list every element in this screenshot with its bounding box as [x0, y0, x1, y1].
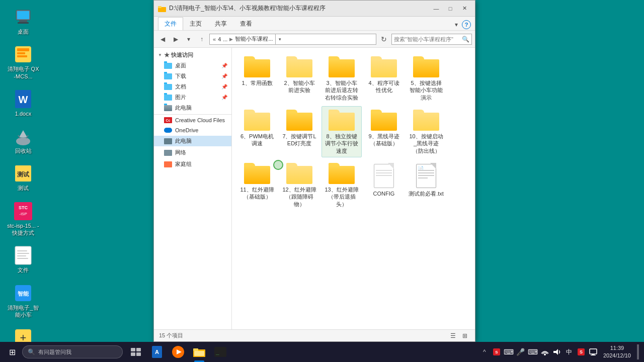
list-item[interactable]: 11、红外避障（基础版） [237, 159, 277, 211]
sidebar-quick-access: ▼ ★ 快速访问 桌面 📌 下载 📌 文档 [154, 50, 231, 113]
folder-icon-11 [244, 163, 270, 184]
sidebar-item-creative-cloud[interactable]: Cc Creative Cloud Files [154, 116, 231, 125]
list-item[interactable]: 9、黑线寻迹（基础版） [364, 106, 404, 157]
taskbar-app-media[interactable] [168, 342, 188, 362]
list-item[interactable]: CONFIG [364, 159, 404, 211]
desktop-icon-qingxiang2[interactable]: 智能 清翔电子_智能小车 [5, 281, 41, 321]
minimize-button[interactable]: — [430, 4, 443, 14]
txt-file-icon: 📄 [416, 163, 436, 188]
svg-rect-37 [131, 352, 135, 356]
taskbar-app-taskview[interactable] [126, 342, 146, 362]
taskbar-app-terminal[interactable]: _ [210, 342, 230, 362]
config-file-icon [374, 163, 394, 188]
sidebar-item-docs[interactable]: 文档 📌 [154, 81, 231, 92]
desktop-icon-stc[interactable]: STC -ISP stc-isp-15... - 快捷方式 [5, 199, 41, 239]
list-item[interactable]: 2、智能小车前进实验 [279, 53, 319, 104]
tray-icon-volume[interactable] [552, 347, 562, 357]
sidebar-item-onedrive[interactable]: OneDrive [154, 126, 231, 135]
tray-icon-1[interactable]: S [492, 347, 502, 357]
tab-file[interactable]: 文件 [158, 17, 183, 30]
svg-text:STC: STC [19, 205, 28, 210]
tray-icon-keyboard[interactable]: ⌨ [528, 347, 538, 357]
up-button[interactable]: ↑ [196, 34, 207, 45]
sidebar-item-pictures[interactable]: 图片 📌 [154, 92, 231, 103]
list-item[interactable]: 4、程序可读性优化 [364, 53, 404, 104]
taskbar-app-professor[interactable]: A [147, 342, 167, 362]
forward-button[interactable]: ▶ [170, 34, 181, 45]
list-item[interactable]: 5、按键选择智能小车功能演示 [406, 53, 446, 104]
start-button[interactable]: ⊞ [2, 342, 22, 362]
file-grid: 1、常用函数 2、智能小车前进实验 [237, 53, 470, 211]
sidebar-quick-access-header[interactable]: ▼ ★ 快速访问 [154, 50, 231, 60]
tray-icon-network[interactable] [540, 347, 550, 357]
title-bar: D:\清翔电子_智能小车\4、小车视频教程\智能小车课程程序 — □ ✕ [154, 1, 475, 17]
desktop-icon-file[interactable]: 文件 [5, 243, 41, 276]
sidebar-folder-icon-download [164, 73, 172, 79]
svg-text:W: W [19, 94, 28, 105]
desktop-icon-qingxiang[interactable]: 清翔电子 QX-MCS... [5, 42, 41, 82]
desktop-icon-word[interactable]: W 1.docx [5, 87, 41, 119]
pin-icon-download: 📌 [221, 73, 227, 79]
tab-view[interactable]: 查看 [233, 17, 259, 30]
address-bar[interactable]: « 4 ... ▶ 智能小车课程... ▾ [209, 34, 376, 45]
sidebar-item-thispc[interactable]: 此电脑 [154, 136, 231, 146]
list-item[interactable]: 12、红外避障（跟随障碍物） [279, 159, 319, 211]
arrow-icon-qa: ▼ [158, 53, 162, 57]
list-item[interactable]: 13、红外避障（带后退插头） [321, 159, 362, 211]
list-item[interactable]: 10、按键启动_黑线寻迹（防出线） [406, 106, 446, 157]
sidebar-onedrive-icon [164, 128, 172, 133]
address-dropdown[interactable]: ▾ [275, 34, 284, 45]
folder-icon-4 [371, 56, 397, 77]
tray-icon-2[interactable]: ⌨ [504, 347, 514, 357]
svg-rect-55 [592, 354, 595, 355]
view-btn-list[interactable]: ☰ [448, 331, 458, 340]
tray-expand[interactable]: ^ [479, 347, 490, 357]
help-button[interactable]: ? [462, 20, 471, 29]
pin-icon-desktop: 📌 [221, 63, 227, 68]
back-button[interactable]: ◀ [157, 34, 168, 45]
desktop-icon-test[interactable]: 测试 测试 [5, 161, 41, 194]
show-desktop-button[interactable] [637, 344, 639, 359]
sidebar-folder-icon-pictures [164, 95, 172, 101]
tray-icon-sogou[interactable]: S [576, 347, 586, 357]
sidebar-folder-icon-thispc-qa [164, 105, 172, 111]
search-bar[interactable]: 🔍 [391, 34, 472, 45]
tray-icon-mic[interactable]: 🎤 [516, 347, 526, 357]
list-item[interactable]: 7、按键调节LED灯亮度 [279, 106, 319, 157]
list-item[interactable]: 📄 测试前必看.txt [406, 159, 446, 211]
sidebar-item-network[interactable]: 网络 [154, 147, 231, 158]
sidebar-item-desktop[interactable]: 桌面 📌 [154, 60, 231, 71]
explorer-window: D:\清翔电子_智能小车\4、小车视频教程\智能小车课程程序 — □ ✕ 文件 … [153, 0, 475, 342]
taskbar-search[interactable]: 🔍 有问题管问我 [22, 345, 123, 358]
address-part-4: 4 [218, 36, 221, 42]
svg-text:测试: 测试 [17, 171, 30, 178]
sidebar-item-download[interactable]: 下载 📌 [154, 71, 231, 81]
file-label-12: 12、红外避障（跟随障碍物） [282, 186, 317, 207]
file-label-1: 1、常用函数 [242, 79, 272, 86]
list-item[interactable]: 1、常用函数 [237, 53, 277, 104]
svg-rect-56 [591, 355, 596, 355]
sidebar-thispc-section: 此电脑 [154, 136, 231, 146]
maximize-button[interactable]: □ [444, 4, 457, 14]
list-item[interactable]: 6、PWM电机调速 [237, 106, 277, 157]
desktop-icon-recycle[interactable]: 回收站 [5, 124, 41, 156]
tab-share[interactable]: 共享 [208, 17, 233, 30]
desktop-icon-smart-label: 清翔电子_智能小车 [7, 304, 39, 319]
search-input[interactable] [394, 36, 462, 42]
refresh-button[interactable]: ↻ [378, 34, 389, 45]
tray-icon-desktop[interactable] [588, 347, 598, 357]
list-item[interactable]: 8、独立按键调节小车行驶速度 [321, 106, 362, 157]
ribbon-dropdown-btn[interactable]: ▾ [451, 19, 462, 30]
tab-home[interactable]: 主页 [183, 17, 208, 30]
sidebar-item-thispc-qa[interactable]: 此电脑 [154, 103, 231, 113]
svg-text:智能: 智能 [17, 291, 29, 297]
desktop-icon-thispc[interactable]: 桌面 [5, 5, 41, 37]
down-button[interactable]: ▾ [183, 34, 194, 45]
sidebar-item-family[interactable]: 家庭组 [154, 159, 231, 169]
taskbar-app-explorer[interactable] [189, 342, 209, 362]
list-item[interactable]: 3、智能小车前进后退左转右转综合实验 [321, 53, 362, 104]
taskbar-clock[interactable]: 11:39 2024/12/10 [600, 344, 634, 360]
close-button[interactable]: ✕ [458, 4, 471, 14]
view-btn-tiles[interactable]: ⊞ [460, 331, 470, 340]
tray-icon-ime-zh[interactable]: 中 [564, 347, 574, 357]
